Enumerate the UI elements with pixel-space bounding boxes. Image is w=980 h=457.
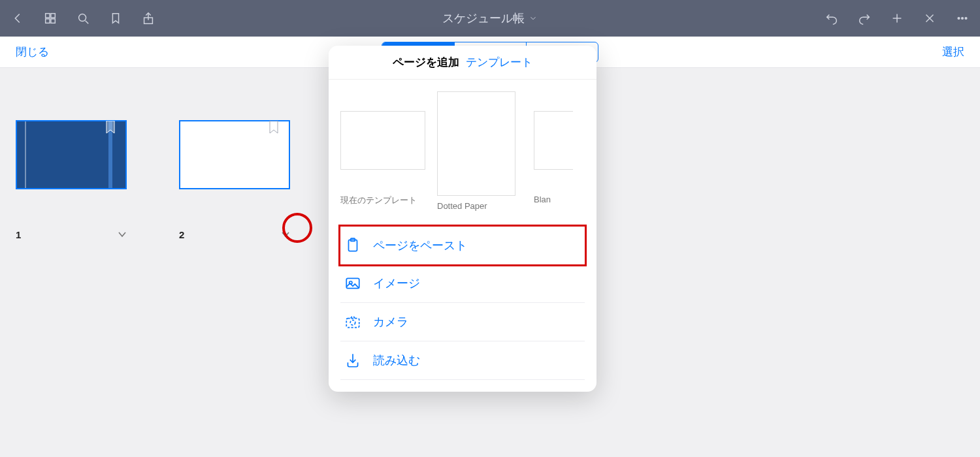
share-icon[interactable] bbox=[141, 11, 155, 25]
camera-item[interactable]: カメラ bbox=[340, 303, 585, 341]
select-button[interactable]: 選択 bbox=[942, 44, 964, 59]
annotation-circle bbox=[282, 213, 312, 243]
page-options-chevron[interactable] bbox=[118, 228, 127, 240]
svg-rect-3 bbox=[51, 19, 55, 23]
grid-icon[interactable] bbox=[43, 11, 57, 25]
template-dotted-paper[interactable]: Dotted Paper bbox=[437, 91, 522, 211]
svg-point-4 bbox=[79, 14, 86, 22]
page-number: 1 bbox=[16, 229, 21, 240]
image-icon bbox=[344, 275, 361, 292]
page-thumb-1: 1 bbox=[16, 120, 127, 405]
image-item[interactable]: イメージ bbox=[340, 264, 585, 303]
popover-list: ページをペースト イメージ カメラ 読み込む bbox=[329, 225, 596, 392]
paste-page-label: ページをペースト bbox=[373, 238, 467, 253]
template-blank[interactable]: Blan bbox=[534, 91, 596, 211]
svg-rect-2 bbox=[46, 19, 50, 23]
import-item[interactable]: 読み込む bbox=[340, 341, 585, 380]
back-icon[interactable] bbox=[10, 11, 25, 25]
add-icon[interactable] bbox=[890, 11, 904, 25]
svg-rect-1 bbox=[51, 14, 55, 18]
more-icon[interactable] bbox=[955, 11, 970, 25]
page-number: 2 bbox=[179, 229, 184, 240]
image-label: イメージ bbox=[373, 276, 420, 291]
clipboard-icon bbox=[344, 237, 361, 254]
svg-rect-0 bbox=[46, 14, 50, 18]
template-link[interactable]: テンプレート bbox=[466, 56, 532, 69]
chevron-down-icon[interactable] bbox=[529, 14, 538, 23]
svg-point-11 bbox=[958, 18, 960, 20]
import-icon bbox=[344, 352, 361, 369]
page-thumb-2: 2 bbox=[179, 120, 290, 405]
paste-page-item[interactable]: ページをペースト bbox=[338, 225, 587, 266]
svg-line-5 bbox=[86, 21, 89, 24]
page-thumbnail[interactable] bbox=[16, 120, 127, 189]
svg-point-12 bbox=[962, 18, 964, 20]
scissors-icon[interactable] bbox=[923, 11, 937, 25]
svg-point-19 bbox=[350, 320, 355, 325]
add-page-popover: ページを追加 テンプレート 現在のテンプレート Dotted Paper Bla… bbox=[329, 46, 596, 392]
app-toolbar: スケジュール帳 bbox=[0, 0, 980, 37]
page-thumbnail[interactable] bbox=[179, 120, 290, 189]
import-label: 読み込む bbox=[373, 353, 420, 368]
popover-header: ページを追加 テンプレート bbox=[329, 46, 596, 80]
document-title[interactable]: スケジュール帳 bbox=[442, 10, 525, 26]
template-current[interactable]: 現在のテンプレート bbox=[340, 91, 425, 211]
search-icon[interactable] bbox=[76, 11, 90, 25]
bookmark-icon bbox=[269, 121, 278, 134]
bookmark-icon[interactable] bbox=[108, 11, 123, 25]
popover-title: ページを追加 bbox=[393, 56, 459, 69]
bookmark-icon bbox=[106, 121, 115, 134]
camera-icon bbox=[344, 313, 361, 330]
redo-icon[interactable] bbox=[857, 11, 872, 25]
undo-icon[interactable] bbox=[825, 11, 839, 25]
close-button[interactable]: 閉じる bbox=[16, 44, 49, 59]
camera-label: カメラ bbox=[373, 314, 408, 330]
svg-point-13 bbox=[965, 18, 967, 20]
template-carousel[interactable]: 現在のテンプレート Dotted Paper Blan bbox=[329, 80, 596, 227]
